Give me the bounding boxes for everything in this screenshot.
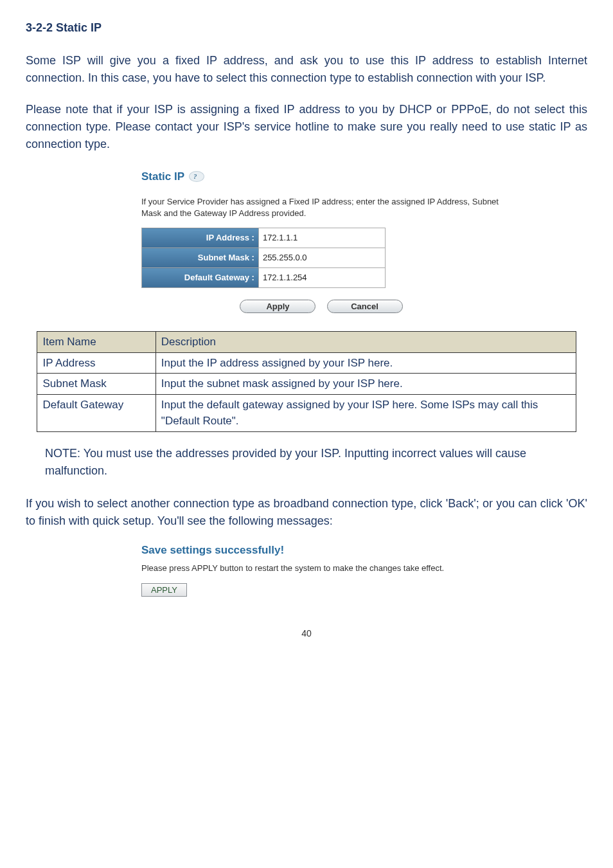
save-settings-screenshot: Save settings successfully! Please press… [141,544,587,598]
ip-address-label: IP Address : [142,228,259,248]
item-desc-cell: Input the subnet mask assigned by your I… [155,374,576,395]
screenshot-description: If your Service Provider has assigned a … [141,196,501,219]
ip-settings-table: IP Address : 172.1.1.1 Subnet Mask : 255… [141,228,386,288]
ip-address-input[interactable]: 172.1.1.1 [258,228,385,248]
item-desc-cell: Input the default gateway assigned by yo… [155,394,576,431]
item-desc-cell: Input the IP address assigned by your IS… [155,352,576,374]
item-name-cell: IP Address [37,352,155,374]
column-header-item-name: Item Name [37,332,155,353]
subnet-mask-label: Subnet Mask : [142,248,259,268]
table-row: Subnet Mask Input the subnet mask assign… [37,374,576,395]
screenshot-title: Static IP [141,168,184,185]
paragraph-1: Some ISP will give you a fixed IP addres… [26,52,587,87]
help-icon[interactable] [189,171,204,182]
default-gateway-input[interactable]: 172.1.1.254 [258,268,385,288]
apply-restart-button[interactable]: APPLY [141,583,187,597]
item-name-cell: Subnet Mask [37,374,155,395]
paragraph-2: Please note that if your ISP is assignin… [26,101,587,153]
apply-button[interactable]: Apply [240,300,315,313]
save-title: Save settings successfully! [141,544,587,557]
static-ip-screenshot: Static IP If your Service Provider has a… [141,167,501,314]
save-description: Please press APPLY button to restart the… [141,563,587,573]
subnet-mask-input[interactable]: 255.255.0.0 [258,248,385,268]
note-paragraph: NOTE: You must use the addresses provide… [45,445,568,480]
section-heading: 3-2-2 Static IP [26,19,587,37]
cancel-button[interactable]: Cancel [327,300,403,313]
page-number: 40 [26,627,587,640]
item-description-table: Item Name Description IP Address Input t… [37,331,576,432]
table-row: IP Address Input the IP address assigned… [37,352,576,374]
item-name-cell: Default Gateway [37,394,155,431]
table-row: Default Gateway Input the default gatewa… [37,394,576,431]
column-header-description: Description [155,332,576,353]
default-gateway-label: Default Gateway : [142,268,259,288]
paragraph-3: If you wish to select another connection… [26,495,587,530]
